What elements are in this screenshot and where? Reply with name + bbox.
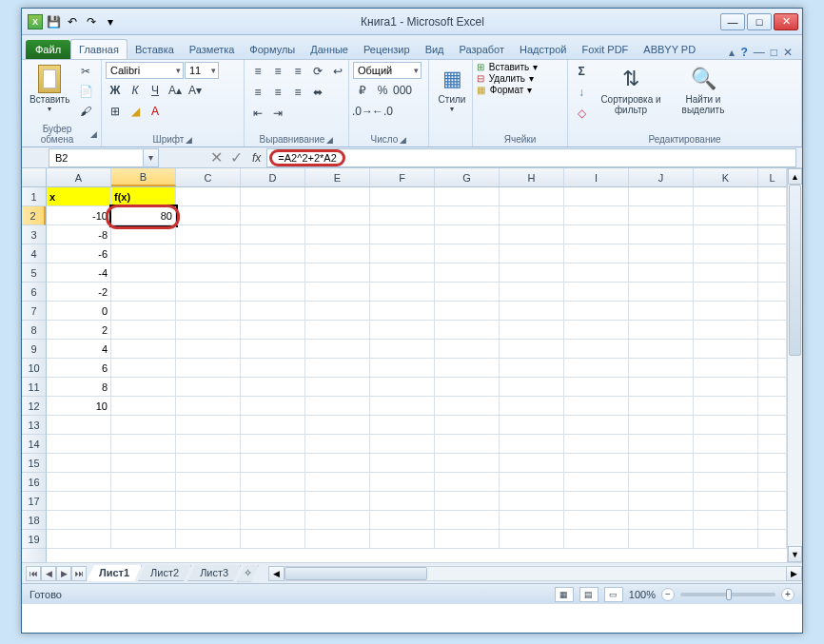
currency-icon[interactable]: ₽ [353,81,372,100]
cell-L11[interactable] [758,378,787,397]
cell-H14[interactable] [500,435,564,454]
bold-icon[interactable]: Ж [106,81,125,100]
cell-D2[interactable] [241,206,305,225]
cell-B2[interactable]: 80 [111,206,176,225]
cell-G15[interactable] [435,454,500,473]
col-header-B[interactable]: B [111,168,176,186]
cell-I3[interactable] [564,225,629,244]
percent-icon[interactable]: % [373,81,392,100]
col-header-A[interactable]: A [47,168,111,186]
cell-F3[interactable] [370,225,435,244]
zoom-slider[interactable] [680,593,775,596]
cell-E14[interactable] [305,435,370,454]
increase-indent-icon[interactable]: ⇥ [268,104,287,123]
cell-K6[interactable] [694,283,758,302]
autosum-icon[interactable]: Σ [572,62,591,81]
clear-icon[interactable]: ◇ [572,104,591,123]
cell-D9[interactable] [241,340,305,359]
cell-C4[interactable] [176,244,241,263]
cell-I9[interactable] [564,340,629,359]
cell-B11[interactable] [111,378,176,397]
cell-L10[interactable] [758,359,787,378]
row-header-5[interactable]: 5 [22,263,46,283]
cell-L1[interactable] [758,187,787,206]
cell-F16[interactable] [370,473,435,492]
cells-area[interactable]: xf(x)-1080-8-6-4-20246810 [47,187,787,562]
cell-J10[interactable] [629,359,694,378]
cell-C7[interactable] [176,302,241,321]
scroll-down-icon[interactable]: ▼ [788,546,802,562]
cell-G13[interactable] [435,416,500,435]
cell-I18[interactable] [564,511,629,530]
cell-K16[interactable] [694,473,758,492]
cell-F10[interactable] [370,359,435,378]
cell-D6[interactable] [241,283,305,302]
sort-filter-button[interactable]: ⇅ Сортировка и фильтр [594,62,668,117]
cell-L9[interactable] [758,340,787,359]
cell-I13[interactable] [564,416,629,435]
cell-H2[interactable] [500,206,564,225]
cell-J12[interactable] [629,397,694,416]
cell-H6[interactable] [500,283,564,302]
cell-D4[interactable] [241,244,305,263]
cell-J2[interactable] [629,206,694,225]
doc-close-icon[interactable]: ✕ [783,46,793,59]
increase-decimal-icon[interactable]: .0→ [353,102,372,121]
cell-C17[interactable] [176,492,241,511]
page-break-view-icon[interactable]: ▭ [604,587,623,602]
cell-D11[interactable] [241,378,305,397]
col-header-E[interactable]: E [305,168,370,186]
cell-I7[interactable] [564,302,629,321]
cell-G12[interactable] [435,397,500,416]
cell-B7[interactable] [111,302,176,321]
cell-I17[interactable] [564,492,629,511]
file-tab[interactable]: Файл [26,40,70,59]
cell-B9[interactable] [111,340,176,359]
row-header-6[interactable]: 6 [22,283,46,302]
cell-I12[interactable] [564,397,629,416]
cell-A17[interactable] [47,492,111,511]
cell-G1[interactable] [435,187,500,206]
cell-E12[interactable] [305,397,370,416]
cell-J17[interactable] [629,492,694,511]
cell-C9[interactable] [176,340,241,359]
cell-J7[interactable] [629,302,694,321]
cell-G2[interactable] [435,206,500,225]
zoom-out-icon[interactable]: − [661,588,675,601]
cell-J4[interactable] [629,244,694,263]
redo-icon[interactable]: ↷ [83,13,100,30]
namebox-dropdown-icon[interactable]: ▾ [144,148,159,167]
cell-A15[interactable] [47,454,111,473]
cell-E4[interactable] [305,244,370,263]
cell-K17[interactable] [694,492,758,511]
cell-A13[interactable] [47,416,111,435]
cell-F4[interactable] [370,244,435,263]
tab-developer[interactable]: Разработ [452,40,512,59]
cell-D14[interactable] [241,435,305,454]
cell-J16[interactable] [629,473,694,492]
cell-B6[interactable] [111,283,176,302]
cell-E13[interactable] [305,416,370,435]
col-header-K[interactable]: K [694,168,758,186]
cell-C6[interactable] [176,283,241,302]
cell-D15[interactable] [241,454,305,473]
cell-A1[interactable]: x [47,187,111,206]
cell-K2[interactable] [694,206,758,225]
cell-F5[interactable] [370,263,435,283]
cell-I14[interactable] [564,435,629,454]
cell-I1[interactable] [564,187,629,206]
cell-K9[interactable] [694,340,758,359]
cell-G7[interactable] [435,302,500,321]
zoom-in-icon[interactable]: + [781,588,795,601]
align-top-icon[interactable]: ≡ [248,62,267,81]
cell-B16[interactable] [111,473,176,492]
cut-icon[interactable]: ✂ [76,62,95,81]
cell-H7[interactable] [500,302,564,321]
tab-addins[interactable]: Надстрой [512,40,574,59]
cell-B3[interactable] [111,225,176,244]
tab-insert[interactable]: Вставка [128,40,182,59]
cell-E15[interactable] [305,454,370,473]
cell-C1[interactable] [176,187,241,206]
clipboard-launcher-icon[interactable]: ◢ [90,129,97,139]
cell-F11[interactable] [370,378,435,397]
